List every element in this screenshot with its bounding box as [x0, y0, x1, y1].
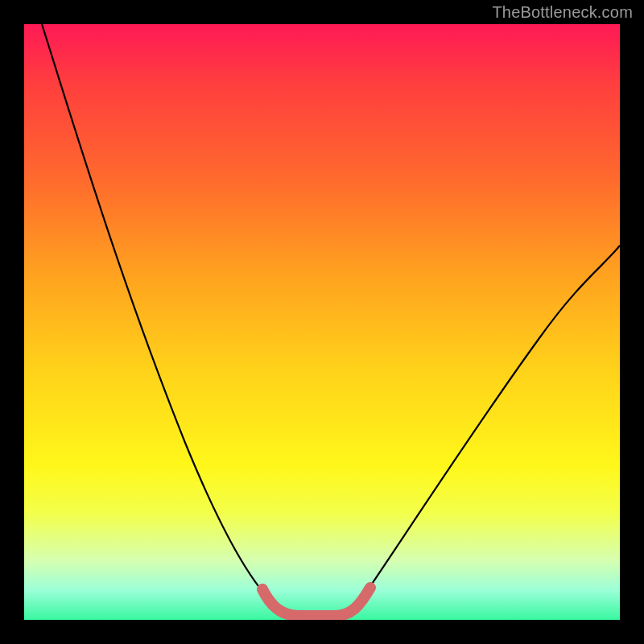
curve-left-branch — [42, 24, 272, 602]
optimal-highlight — [262, 588, 370, 616]
bottleneck-curve — [24, 24, 620, 620]
watermark-text: TheBottleneck.com — [492, 3, 633, 22]
chart-frame: TheBottleneck.com — [0, 0, 644, 644]
curve-right-branch — [361, 246, 620, 601]
plot-area — [24, 24, 620, 620]
